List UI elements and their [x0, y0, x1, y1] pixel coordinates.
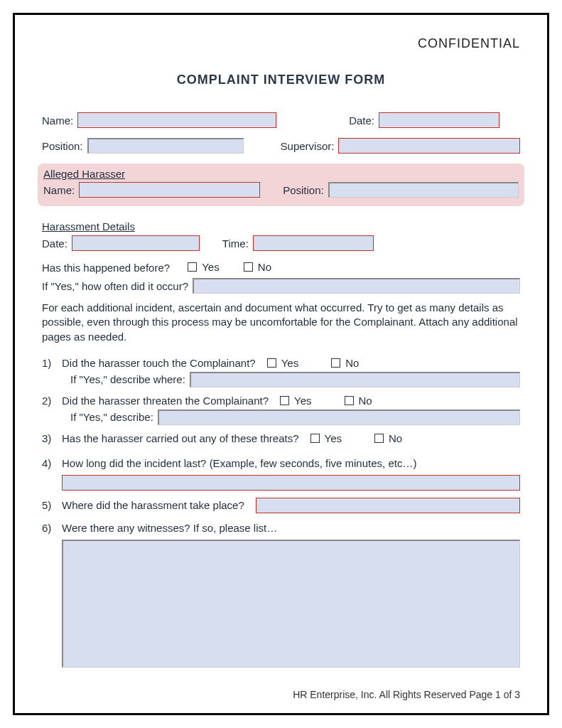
supervisor-label: Supervisor: — [281, 140, 335, 152]
name-label: Name: — [42, 114, 73, 127]
q5-text: Where did the harassment take place? — [62, 499, 244, 511]
supervisor-field[interactable] — [338, 138, 520, 154]
details-date-label: Date: — [42, 237, 67, 250]
q2-describe-field[interactable] — [158, 410, 520, 425]
q2-yes-label: Yes — [294, 395, 311, 407]
q2-text: Did the harasser threaten the Complainan… — [62, 395, 269, 407]
position-label: Position: — [42, 140, 83, 152]
happened-before-label: Has this happened before? — [42, 262, 170, 274]
details-section-head: Harassment Details — [42, 220, 520, 232]
q1-sub-label: If "Yes," describe where: — [70, 373, 185, 385]
q3-yes-checkbox[interactable] — [310, 434, 320, 443]
form-page: CONFIDENTIAL COMPLAINT INTERVIEW FORM Na… — [13, 13, 549, 715]
details-time-label: Time: — [222, 237, 249, 250]
instruction-text: For each additional incident, ascertain … — [42, 301, 520, 344]
name-field[interactable] — [77, 112, 276, 128]
q2-yes-checkbox[interactable] — [280, 396, 289, 405]
q1-no-label: No — [345, 357, 359, 369]
q1-yes-checkbox[interactable] — [267, 358, 276, 368]
confidential-label: CONFIDENTIAL — [42, 36, 520, 51]
harasser-name-field[interactable] — [79, 182, 260, 198]
q3-no-checkbox[interactable] — [374, 434, 384, 443]
q4-duration-field[interactable] — [62, 475, 520, 491]
harasser-position-field[interactable] — [328, 182, 519, 198]
q4-num: 4) — [42, 457, 55, 469]
q3-num: 3) — [42, 432, 55, 444]
question-3: 3) Has the harasser carried out any of t… — [42, 432, 520, 444]
q1-num: 1) — [42, 357, 55, 369]
q1-text: Did the harasser touch the Complainant? — [62, 357, 256, 369]
how-often-field[interactable] — [193, 278, 520, 294]
q6-witnesses-textarea[interactable] — [62, 540, 520, 668]
q4-text: How long did the incident last? (Example… — [62, 457, 416, 469]
q6-text: Were there any witnesses? If so, please … — [62, 522, 277, 534]
q5-location-field[interactable] — [256, 498, 520, 513]
no-label: No — [258, 261, 271, 273]
q1-sub-row: If "Yes," describe where: — [70, 372, 520, 387]
question-1: 1) Did the harasser touch the Complainan… — [42, 357, 520, 369]
yes-label: Yes — [202, 261, 219, 273]
happened-before-row: Has this happened before? Yes No — [42, 261, 520, 274]
details-time-field[interactable] — [253, 235, 374, 251]
q5-num: 5) — [42, 499, 55, 511]
q6-num: 6) — [42, 522, 55, 534]
harasser-section-head: Alleged Harasser — [43, 168, 519, 180]
q3-text: Has the harasser carried out any of thes… — [62, 432, 299, 444]
details-date-field[interactable] — [72, 235, 200, 251]
question-5: 5) Where did the harassment take place? — [42, 498, 520, 513]
q2-no-label: No — [359, 395, 372, 407]
how-often-label: If "Yes," how often did it occur? — [42, 280, 188, 292]
date-label: Date: — [349, 114, 374, 127]
details-date-time-row: Date: Time: — [42, 235, 520, 251]
q3-yes-label: Yes — [325, 432, 342, 444]
q1-describe-field[interactable] — [190, 372, 520, 387]
how-often-row: If "Yes," how often did it occur? — [42, 278, 520, 294]
question-2: 2) Did the harasser threaten the Complai… — [42, 395, 520, 407]
q1-yes-label: Yes — [281, 357, 298, 369]
happened-yes-checkbox[interactable] — [188, 262, 197, 272]
question-4: 4) How long did the incident last? (Exam… — [42, 457, 520, 469]
complainant-row-2: Position: Supervisor: — [42, 138, 520, 154]
alleged-harasser-section: Alleged Harasser Name: Position: — [38, 164, 524, 206]
q2-no-checkbox[interactable] — [345, 396, 354, 405]
position-field[interactable] — [87, 138, 244, 154]
harasser-name-label: Name: — [43, 184, 75, 196]
happened-no-checkbox[interactable] — [244, 262, 253, 272]
footer-text: HR Enterprise, Inc. All Rights Reserved … — [293, 689, 520, 700]
page-title: COMPLAINT INTERVIEW FORM — [42, 73, 520, 87]
harasser-position-label: Position: — [283, 184, 324, 196]
q3-no-label: No — [389, 432, 402, 444]
date-field[interactable] — [379, 112, 499, 128]
complainant-row-1: Name: Date: — [42, 112, 520, 128]
q2-sub-row: If "Yes," describe: — [70, 410, 520, 425]
question-6: 6) Were there any witnesses? If so, plea… — [42, 522, 520, 534]
q2-num: 2) — [42, 395, 55, 407]
q2-sub-label: If "Yes," describe: — [70, 411, 153, 423]
q1-no-checkbox[interactable] — [331, 358, 340, 368]
